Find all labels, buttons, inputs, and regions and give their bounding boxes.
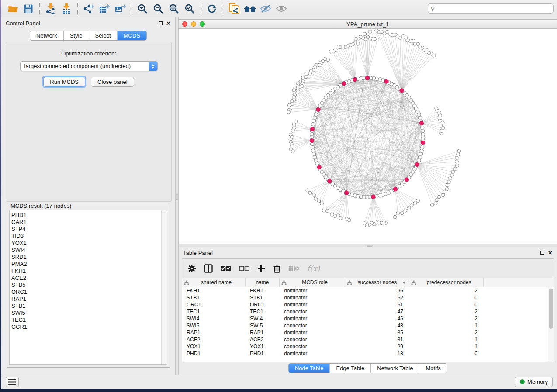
delete-table-icon[interactable] [289,265,299,272]
network-node[interactable] [310,142,314,146]
mcds-list-scrollbar[interactable] [161,210,167,364]
column-header-mcds-role[interactable]: MCDS role [280,278,345,287]
export-image-icon[interactable] [112,2,128,16]
dominator-node[interactable] [415,162,419,166]
duplicate-network-icon[interactable] [226,2,242,16]
network-node[interactable] [308,191,312,195]
mcds-result-item[interactable]: TID3 [11,233,161,240]
import-network-icon[interactable] [43,2,59,16]
network-node[interactable] [455,156,458,160]
dominator-node[interactable] [419,121,423,125]
close-panel-button[interactable]: Close panel [91,77,134,87]
network-node[interactable] [410,204,413,207]
table-row[interactable]: SWI5SWI5connector431 [182,322,548,329]
table-row[interactable]: RAP1RAP1dominator352 [182,329,548,336]
column-header-name[interactable]: name [246,278,280,287]
network-node[interactable] [436,198,439,202]
dominator-node[interactable] [384,79,388,83]
tab-network[interactable]: Network [30,31,63,40]
network-node[interactable] [430,203,434,206]
tab-edge-table[interactable]: Edge Table [329,364,370,373]
select-all-checks-icon[interactable] [221,265,231,272]
network-node[interactable] [325,209,329,213]
table-row[interactable]: PHD1PHD1dominator180 [182,350,548,357]
network-node[interactable] [413,202,417,205]
dominator-node[interactable] [317,165,321,169]
close-panel-icon[interactable]: ✕ [548,251,553,255]
network-node[interactable] [404,209,407,212]
tab-motifs[interactable]: Motifs [419,364,447,373]
network-node[interactable] [320,202,324,205]
hide-selected-icon[interactable] [258,2,273,16]
scrollbar-thumb[interactable] [549,289,553,329]
network-node[interactable] [420,149,423,152]
network-node[interactable] [451,170,455,174]
refresh-icon[interactable] [204,2,220,16]
mcds-result-item[interactable]: SWI4 [11,247,161,254]
network-node[interactable] [453,167,457,171]
network-node[interactable] [326,58,330,62]
network-node[interactable] [416,199,420,203]
network-node[interactable] [450,174,453,177]
network-node[interactable] [312,193,316,196]
save-icon[interactable] [21,2,36,16]
network-node[interactable] [306,189,309,192]
table-row[interactable]: SWI4SWI4dominator462 [182,315,548,322]
mcds-result-item[interactable]: PHD1 [11,212,161,219]
float-panel-icon[interactable] [540,251,544,255]
dominator-node[interactable] [400,89,404,93]
network-node[interactable] [400,211,404,215]
network-node[interactable] [314,197,318,200]
export-network-icon[interactable] [81,2,97,16]
network-node[interactable] [445,187,449,191]
network-node[interactable] [456,153,460,156]
show-panels-icon[interactable] [204,264,213,273]
table-row[interactable]: STB1STB1dominator620 [182,294,548,301]
mcds-result-item[interactable]: STP4 [11,226,161,233]
zoom-fit-icon[interactable] [166,2,182,16]
network-node[interactable] [318,63,321,67]
run-mcds-button[interactable]: Run MCDS [43,77,85,87]
task-history-button[interactable] [6,377,19,387]
dominator-node[interactable] [353,77,357,81]
network-node[interactable] [448,177,452,180]
dominator-node[interactable] [393,187,397,191]
network-node[interactable] [291,129,294,132]
dominator-node[interactable] [316,107,320,111]
open-file-icon[interactable] [5,2,21,16]
network-node[interactable] [434,202,437,205]
network-node[interactable] [354,37,357,41]
column-header-successor-nodes[interactable]: successor nodes [345,278,409,287]
table-row[interactable]: TEC1TEC1connector472 [182,308,548,315]
mcds-result-item[interactable]: SRD1 [11,254,161,261]
network-node[interactable] [308,72,311,75]
tab-node-table[interactable]: Node Table [289,364,330,373]
delete-column-icon[interactable] [273,264,281,273]
mcds-result-item[interactable]: FKH1 [11,268,161,275]
mcds-result-item[interactable]: STB5 [11,282,161,289]
tab-network-table[interactable]: Network Table [370,364,419,373]
network-node[interactable] [322,209,325,212]
float-panel-icon[interactable] [159,21,163,25]
table-settings-icon[interactable] [187,264,196,273]
zoom-out-icon[interactable] [150,2,166,16]
show-all-icon[interactable] [273,2,289,16]
dominator-node[interactable] [365,76,369,80]
network-node[interactable] [363,222,366,225]
column-header-shared-name[interactable]: shared name [182,278,246,287]
network-node[interactable] [407,207,411,210]
network-node[interactable] [375,29,378,32]
tab-select[interactable]: Select [89,31,117,40]
network-node[interactable] [393,215,397,219]
zoom-in-icon[interactable] [135,2,150,16]
mcds-result-item[interactable]: GCR1 [11,323,161,330]
clear-all-checks-icon[interactable] [239,265,249,272]
network-node[interactable] [301,76,305,79]
network-node[interactable] [317,199,321,203]
network-node[interactable] [435,107,438,110]
search-box[interactable]: ⚲ [428,3,554,14]
dominator-node[interactable] [421,141,425,144]
network-node[interactable] [441,193,445,197]
network-node[interactable] [363,32,367,36]
table-row[interactable]: ORC1ORC1dominator610 [182,301,548,308]
